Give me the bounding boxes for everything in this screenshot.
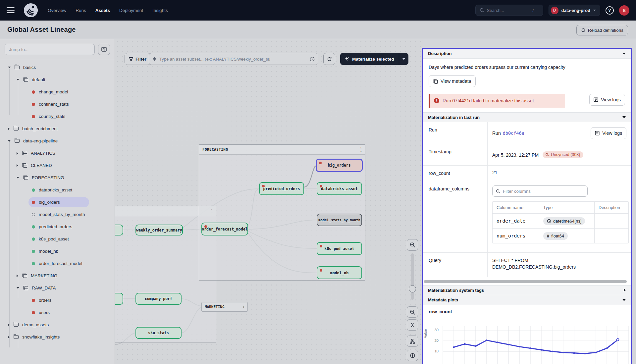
failed-run-link[interactable]: 07f4421d	[452, 98, 472, 103]
sidebar-item-users[interactable]: users	[0, 306, 115, 319]
view-logs-button[interactable]: View logs	[591, 127, 626, 139]
folder-icon	[14, 335, 19, 339]
sidebar-item-country-stats[interactable]: country_stats	[0, 110, 115, 123]
nav-overview[interactable]: Overview	[48, 8, 66, 13]
sidebar-item-snowflake-insights[interactable]: snowflake_insights	[0, 331, 115, 343]
materialize-selected-button[interactable]: Materialize selected	[340, 53, 408, 65]
caret-down-icon[interactable]	[8, 67, 11, 68]
sidebar-item-default[interactable]: default	[0, 74, 115, 86]
asset-node-predicted-orders[interactable]: predicted_orders	[259, 182, 304, 195]
sidebar-item-cleaned[interactable]: CLEANED	[0, 159, 115, 172]
materialization-section-header[interactable]: Materialization in last run	[423, 112, 631, 122]
caret-right-icon[interactable]	[8, 128, 10, 130]
sidebar-item-continent-stats[interactable]: continent_stats	[0, 98, 115, 110]
jump-to-input[interactable]	[5, 44, 95, 55]
caret-right-icon[interactable]	[17, 152, 18, 155]
caret-down-icon[interactable]	[17, 177, 19, 179]
metadata-plots-section-header[interactable]: Metadata plots	[423, 295, 631, 305]
search-input[interactable]	[487, 8, 530, 13]
help-button[interactable]: ?	[606, 6, 614, 15]
refresh-graph-button[interactable]	[323, 53, 335, 65]
zoom-in-button[interactable]	[407, 239, 418, 251]
asset-node-model-nb[interactable]: model_nb	[317, 266, 362, 279]
asset-group-titlebar[interactable]: FORECASTING ⌃⌃	[199, 145, 365, 155]
nav-deployment[interactable]: Deployment	[119, 8, 143, 13]
sidebar-item-data-eng-pipeline[interactable]: data-eng-pipeline	[0, 135, 115, 147]
view-metadata-button[interactable]: View metadata	[429, 75, 476, 87]
asset-node-model-stats-by-month[interactable]: model_stats_by_month	[317, 214, 362, 226]
zoom-slider[interactable]	[407, 253, 418, 300]
sidebar-item-raw-data[interactable]: RAW_DATA	[0, 282, 115, 294]
sidebar-item-big-orders[interactable]: big_orders	[0, 196, 115, 208]
asset-node-sku-stats[interactable]: sku_stats	[135, 327, 182, 339]
asset-node-databricks-asset[interactable]: databricks_asset	[317, 182, 362, 195]
asset-node-k8s-pod-asset[interactable]: k8s_pod_asset	[317, 242, 362, 255]
sidebar-item-order-forecast-model[interactable]: order_forecast_model	[0, 257, 115, 270]
panel-horizontal-scrollbar[interactable]	[424, 280, 627, 283]
zoom-out-button[interactable]	[407, 306, 418, 318]
caret-right-icon[interactable]	[17, 164, 18, 167]
nav-assets[interactable]: Assets	[95, 8, 110, 13]
asset-node-order-forecast-model[interactable]: order_forecast_model	[201, 223, 248, 235]
sidebar-item-model-nb[interactable]: model_nb	[0, 245, 115, 257]
group-collapse-icon[interactable]: ⌃⌃	[360, 147, 362, 152]
nav-runs[interactable]: Runs	[76, 8, 86, 13]
logs-icon	[595, 131, 600, 135]
reload-definitions-button[interactable]: Reload definitions	[576, 25, 628, 35]
caret-down-icon[interactable]	[8, 140, 11, 142]
sidebar-item-change-model[interactable]: change_model	[0, 86, 115, 98]
asset-subset-input[interactable]	[159, 57, 307, 62]
search-icon	[480, 8, 484, 13]
asset-node-weekly-order-summary[interactable]: weekly_order_summary	[135, 225, 183, 235]
info-icon[interactable]	[310, 57, 315, 62]
search-shortcut: /	[533, 8, 534, 13]
caret-down-icon[interactable]	[17, 79, 19, 80]
caret-down-icon[interactable]	[17, 287, 19, 289]
dagster-logo-icon[interactable]	[23, 3, 38, 18]
col-header-type: Type	[539, 202, 594, 213]
sidebar-item-k8s-pod-asset[interactable]: k8s_pod_asset	[0, 233, 115, 245]
system-tags-section-header[interactable]: Materialization system tags	[423, 285, 631, 295]
caret-right-icon[interactable]	[8, 336, 10, 338]
sidebar-item-analytics[interactable]: ANALYTICS	[0, 147, 115, 159]
asset-node-company-perf[interactable]: company_perf	[135, 293, 182, 305]
recenter-button[interactable]	[407, 350, 418, 361]
asset-node-partial[interactable]	[115, 225, 123, 235]
caret-right-icon[interactable]	[17, 275, 18, 277]
sidebar-item-marketing[interactable]: MARKETING	[0, 270, 115, 282]
graph-layout-button[interactable]	[407, 336, 418, 347]
sidebar-item-demo-assets[interactable]: demo_assets	[0, 319, 115, 331]
row-count-value: 21	[487, 166, 631, 181]
zoom-slider-handle[interactable]	[409, 285, 416, 292]
sidebar-item-databricks-asset[interactable]: databricks_asset	[0, 184, 115, 196]
asset-group-marketing-collapsed[interactable]: MARKETING ⌄⌄	[201, 302, 248, 312]
caret-right-icon[interactable]	[8, 324, 10, 326]
deployment-switcher[interactable]: D data-eng-prod	[549, 5, 600, 16]
user-avatar[interactable]: E	[619, 5, 629, 16]
group-expand-icon[interactable]: ⌄⌄	[237, 305, 244, 309]
asset-status-dot	[32, 188, 35, 192]
nav-insights[interactable]: Insights	[152, 8, 168, 13]
asset-node-partial[interactable]	[115, 293, 123, 305]
filter-columns-input[interactable]	[503, 189, 584, 194]
collapse-sidebar-button[interactable]	[98, 44, 110, 55]
sidebar-item-batch-enrichment[interactable]: batch_enrichment	[0, 123, 115, 135]
description-section-header[interactable]: Description	[423, 49, 631, 59]
run-id-link[interactable]: db0cf46a	[503, 130, 524, 136]
filter-button[interactable]: Filter	[125, 53, 151, 65]
search-icon	[496, 189, 500, 193]
menu-icon[interactable]	[7, 7, 15, 13]
sidebar-item-predicted-orders[interactable]: predicted_orders	[0, 221, 115, 233]
sidebar-item-basics[interactable]: basics	[0, 61, 115, 74]
lineage-graph[interactable]: ⌃⌃ FORECASTING ⌃⌃ MARKETING ⌄⌄ weekly_or…	[115, 39, 423, 364]
view-logs-button[interactable]: View logs	[589, 94, 625, 106]
zoom-slider-track[interactable]	[411, 253, 414, 300]
materialize-options-caret[interactable]	[399, 58, 408, 60]
sidebar-item-forecasting[interactable]: FORECASTING	[0, 172, 115, 184]
sidebar-item-model-stats-by-month[interactable]: model_stats_by_month	[0, 208, 115, 221]
global-search[interactable]: /	[475, 5, 543, 16]
sidebar-item-orders[interactable]: orders	[0, 294, 115, 306]
chevron-right-icon	[624, 288, 626, 292]
asset-node-big-orders[interactable]: big_orders	[316, 159, 363, 172]
collapse-all-groups-button[interactable]	[407, 319, 418, 331]
